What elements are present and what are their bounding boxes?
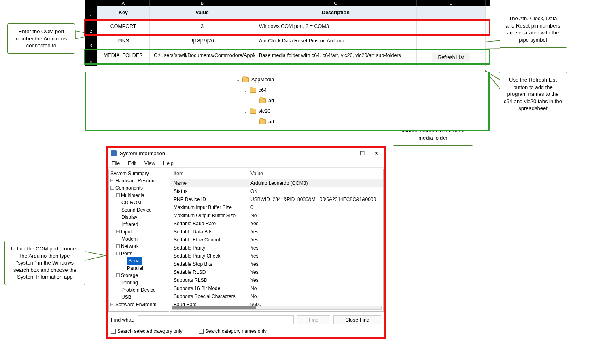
cell-d[interactable]: Refresh List	[417, 49, 486, 66]
rownum-1[interactable]: 1	[85, 6, 97, 20]
col-value[interactable]: Value	[250, 171, 380, 176]
titlebar[interactable]: System Information — ☐ ✕	[108, 148, 384, 159]
chevron-down-icon[interactable]	[253, 99, 257, 103]
horizontal-scrollbar[interactable]	[172, 306, 382, 310]
tree-node[interactable]: -Ports	[110, 250, 168, 257]
cell-key[interactable]: PINS	[97, 35, 150, 49]
tree-node[interactable]: +Software Environm	[110, 301, 168, 308]
folder-node[interactable]: ⌄vic20	[86, 106, 488, 116]
tree-node[interactable]: Modem	[110, 235, 168, 243]
tree-node[interactable]: Parallel	[110, 265, 168, 272]
cell-value[interactable]: C:/Users/spwil/Documents/Commodore/AppMe…	[150, 49, 255, 66]
menu-file[interactable]: File	[112, 161, 120, 166]
rownum[interactable]: 4	[85, 49, 97, 66]
tree-node[interactable]: Display	[110, 214, 168, 221]
expand-icon[interactable]: +	[116, 244, 120, 248]
col-B[interactable]: B	[150, 0, 255, 6]
chk-category-names[interactable]: Search category names only	[199, 328, 267, 334]
detail-key: Settable RLSD	[174, 269, 250, 276]
tree-node[interactable]: USB	[110, 294, 168, 301]
detail-key: Supports 16 Bit Mode	[174, 285, 250, 292]
detail-row[interactable]: Supports 16 Bit ModeNo	[170, 284, 383, 292]
tree-node[interactable]: Serial	[110, 257, 168, 265]
tree-node[interactable]: System Summary	[110, 170, 168, 177]
detail-row[interactable]: Settable Baud RateYes	[170, 220, 383, 228]
cell-d[interactable]	[417, 20, 486, 34]
system-information-window: System Information — ☐ ✕ File Edit View …	[106, 146, 386, 339]
menu-edit[interactable]: Edit	[128, 161, 137, 166]
cell-desc[interactable]: Base media folder with c64, c64/art, vic…	[255, 49, 417, 66]
detail-row[interactable]: NameArduino Leonardo (COM3)	[170, 179, 383, 187]
detail-pane: Item Value NameArduino Leonardo (COM3)St…	[170, 169, 384, 312]
close-icon[interactable]: ✕	[374, 150, 379, 157]
expand-icon[interactable]: +	[110, 303, 114, 306]
detail-row[interactable]: Settable Flow ControlYes	[170, 236, 383, 244]
tree-node[interactable]: Printing	[110, 279, 168, 286]
expand-icon[interactable]: +	[116, 273, 120, 277]
tree-node[interactable]: +Hardware Resourc	[110, 177, 168, 184]
rownum[interactable]: 3	[85, 35, 97, 49]
col-C[interactable]: C	[255, 0, 417, 6]
checkbox-icon[interactable]	[199, 329, 204, 334]
maximize-icon[interactable]: ☐	[360, 150, 365, 157]
cell-value[interactable]: 9|18|19|20	[150, 35, 255, 49]
tree-node[interactable]: +Network	[110, 243, 168, 250]
tree-node[interactable]: CD-ROM	[110, 199, 168, 206]
chevron-down-icon[interactable]: ⌄	[243, 109, 247, 114]
minimize-icon[interactable]: —	[345, 150, 351, 157]
refresh-list-button[interactable]: Refresh List	[432, 53, 470, 62]
find-input[interactable]	[138, 315, 294, 324]
detail-row[interactable]: Settable ParityYes	[170, 244, 383, 252]
detail-key: Settable Flow Control	[174, 236, 250, 243]
detail-value: No	[250, 212, 380, 219]
expand-icon[interactable]: +	[116, 230, 120, 233]
chevron-down-icon[interactable]: ⌄	[236, 78, 240, 82]
tree-node[interactable]: Sound Device	[110, 206, 168, 214]
folder-node[interactable]: art	[86, 116, 488, 127]
detail-row[interactable]: PNP Device IDUSB\VID_2341&PID_8036&MI_00…	[170, 195, 383, 203]
detail-row[interactable]: Settable RLSDYes	[170, 268, 383, 276]
close-find-button[interactable]: Close Find	[333, 315, 381, 324]
find-button[interactable]: Find	[297, 315, 330, 324]
detail-row[interactable]: Maximum Output Buffer SizeNo	[170, 212, 383, 220]
checkbox-icon[interactable]	[111, 329, 116, 334]
detail-row[interactable]: Maximum Input Buffer Size0	[170, 203, 383, 212]
detail-row[interactable]: Settable Parity CheckYes	[170, 252, 383, 260]
menu-view[interactable]: View	[144, 161, 155, 166]
tree-node[interactable]: +Multimedia	[110, 192, 168, 199]
folder-node[interactable]: ⌄AppMedia	[86, 74, 488, 85]
chk-selected-category[interactable]: Search selected category only	[111, 328, 183, 334]
detail-row[interactable]: Supports Special CharactersNo	[170, 292, 383, 301]
cell-d[interactable]	[417, 35, 486, 49]
tree-node[interactable]: +Input	[110, 228, 168, 235]
detail-key: Maximum Output Buffer Size	[174, 212, 250, 219]
rownum[interactable]: 2	[85, 20, 97, 34]
folder-node[interactable]: ⌄c64	[86, 85, 488, 95]
cell-desc[interactable]: Windows COM port, 3 = COM3	[255, 20, 417, 34]
expand-icon[interactable]: +	[116, 193, 120, 197]
callout-pointer-icon	[85, 247, 109, 267]
expand-icon[interactable]: -	[110, 186, 114, 190]
chevron-down-icon[interactable]: ⌄	[243, 88, 247, 93]
chevron-down-icon[interactable]	[253, 120, 257, 124]
tree-node[interactable]: +Storage	[110, 272, 168, 279]
detail-row[interactable]: Settable Data BitsYes	[170, 228, 383, 236]
expand-icon[interactable]: +	[110, 179, 114, 182]
cell-desc[interactable]: Atn Clock Data Reset Pins on Arduino	[255, 35, 417, 49]
expand-icon[interactable]: -	[116, 252, 120, 255]
menu-help[interactable]: Help	[163, 161, 174, 166]
detail-row[interactable]: Supports RLSDYes	[170, 276, 383, 284]
detail-row[interactable]: StatusOK	[170, 187, 383, 195]
cell-key[interactable]: COMPORT	[97, 20, 150, 34]
detail-row[interactable]: Settable Stop BitsYes	[170, 260, 383, 268]
tree-node[interactable]: Infrared	[110, 221, 168, 228]
col-item[interactable]: Item	[174, 171, 250, 176]
tree-node[interactable]: -Components	[110, 184, 168, 192]
cell-key[interactable]: MEDIA_FOLDER	[97, 49, 150, 66]
folder-node[interactable]: art	[86, 95, 488, 106]
col-A[interactable]: A	[97, 0, 150, 6]
col-D[interactable]: D	[417, 0, 486, 6]
category-tree[interactable]: System Summary+Hardware Resourc-Componen…	[108, 169, 169, 312]
tree-node[interactable]: Problem Device	[110, 286, 168, 294]
cell-value[interactable]: 3	[150, 20, 255, 34]
